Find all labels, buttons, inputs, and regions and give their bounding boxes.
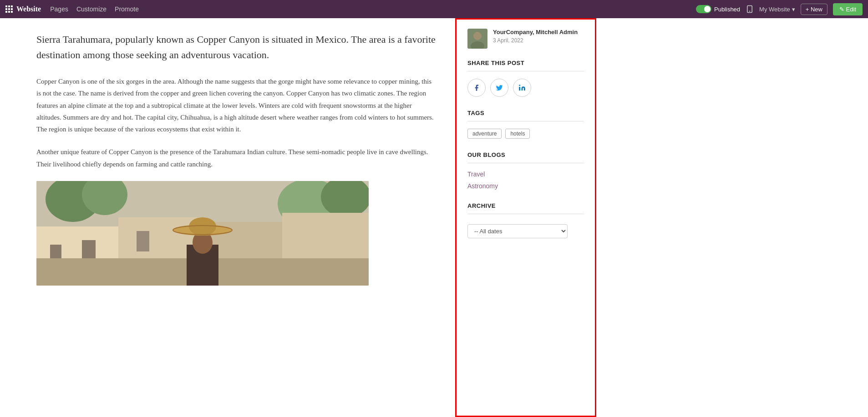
share-section: SHARE THIS POST	[467, 60, 584, 97]
author-avatar	[467, 29, 487, 49]
svg-rect-7	[8, 11, 10, 13]
nav-customize[interactable]: Customize	[76, 5, 107, 13]
published-toggle[interactable]: Published	[696, 5, 740, 13]
tags-section: TAGS adventure hotels	[467, 110, 584, 139]
published-label: Published	[714, 6, 740, 13]
share-divider	[467, 71, 584, 71]
svg-rect-32	[519, 87, 520, 90]
top-navigation: Website Pages Customize Promote Publishe…	[0, 0, 868, 18]
blogs-section: OUR BLOGS Travel Astronomy	[467, 151, 584, 190]
author-info: YourCompany, Mitchell Admin 3 April, 202…	[493, 29, 584, 44]
share-twitter-button[interactable]	[490, 79, 508, 97]
svg-rect-22	[137, 231, 149, 251]
article-body-1: Copper Canyon is one of the six gorges i…	[36, 75, 437, 135]
svg-point-30	[473, 32, 482, 40]
archive-divider	[467, 214, 584, 214]
archive-title: ARCHIVE	[467, 202, 584, 209]
svg-rect-6	[5, 11, 7, 13]
svg-rect-3	[5, 8, 7, 10]
svg-rect-5	[11, 8, 13, 10]
nav-promote[interactable]: Promote	[115, 5, 139, 13]
svg-rect-2	[11, 5, 13, 7]
mobile-view-icon[interactable]	[746, 5, 754, 13]
toggle-switch[interactable]	[696, 5, 711, 13]
new-button[interactable]: + New	[801, 4, 827, 15]
page-wrapper: Sierra Tarahumara, popularly known as Co…	[0, 18, 868, 417]
author-name: YourCompany, Mitchell Admin	[493, 29, 584, 36]
archive-section: ARCHIVE -- All dates April 2022 March 20…	[467, 202, 584, 238]
article-intro: Sierra Tarahumara, popularly known as Co…	[36, 32, 437, 63]
author-date: 3 April, 2022	[493, 37, 584, 44]
archive-select[interactable]: -- All dates April 2022 March 2022 Febru…	[467, 224, 568, 238]
svg-rect-1	[8, 5, 10, 7]
author-block: YourCompany, Mitchell Admin 3 April, 202…	[467, 29, 584, 49]
my-website-button[interactable]: My Website ▾	[759, 6, 795, 13]
tags-title: TAGS	[467, 110, 584, 116]
tag-hotels[interactable]: hotels	[505, 129, 530, 139]
sidebar: YourCompany, Mitchell Admin 3 April, 202…	[455, 18, 596, 417]
share-linkedin-button[interactable]	[513, 79, 531, 97]
share-facebook-button[interactable]	[467, 79, 486, 97]
article-body-2: Another unique feature of Copper Canyon …	[36, 146, 437, 170]
tag-adventure[interactable]: adventure	[467, 129, 502, 139]
blog-links: Travel Astronomy	[467, 171, 584, 190]
article-image	[36, 181, 369, 286]
svg-rect-4	[8, 8, 10, 10]
blog-astronomy-link[interactable]: Astronomy	[467, 182, 584, 190]
svg-rect-0	[5, 5, 7, 7]
svg-point-27	[189, 217, 216, 236]
dropdown-arrow-icon: ▾	[792, 6, 795, 13]
blogs-title: OUR BLOGS	[467, 151, 584, 158]
nav-brand[interactable]: Website	[16, 5, 41, 13]
nav-pages[interactable]: Pages	[50, 5, 68, 13]
share-title: SHARE THIS POST	[467, 60, 584, 66]
main-content: Sierra Tarahumara, popularly known as Co…	[0, 18, 455, 417]
svg-point-33	[519, 85, 520, 86]
svg-rect-8	[11, 11, 13, 13]
blog-travel-link[interactable]: Travel	[467, 171, 584, 178]
tags-divider	[467, 121, 584, 121]
blogs-divider	[467, 163, 584, 163]
tags-list: adventure hotels	[467, 129, 584, 139]
grid-icon[interactable]	[5, 5, 13, 13]
edit-button[interactable]: ✎ Edit	[833, 3, 863, 15]
nav-right-section: Published My Website ▾ + New ✎ Edit	[696, 3, 863, 15]
share-icons	[467, 79, 584, 97]
